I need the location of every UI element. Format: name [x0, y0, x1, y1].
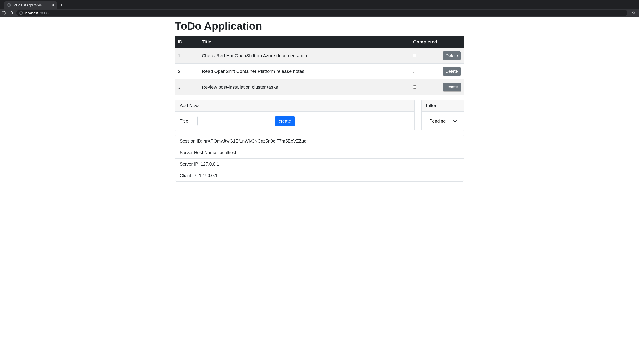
url-host: localhost	[25, 11, 38, 15]
title-input[interactable]	[197, 116, 270, 126]
url-field[interactable]: i localhost:8080	[17, 10, 627, 16]
create-button[interactable]: create	[275, 116, 295, 126]
cards-row: Add New Title create Filter Pending	[175, 100, 464, 131]
completed-checkbox[interactable]	[413, 70, 417, 73]
col-header-delete	[440, 36, 464, 48]
url-port: :8080	[40, 11, 49, 15]
bookmark-star-icon[interactable]: ☆	[630, 10, 637, 15]
col-header-id: ID	[175, 36, 199, 48]
cell-delete: Delete	[440, 79, 464, 95]
col-header-title: Title	[199, 36, 411, 48]
table-row: 3 Review post-installation cluster tasks…	[175, 79, 464, 95]
browser-chrome: ToDo List Application × + i localhost:80…	[0, 0, 639, 17]
filter-select[interactable]: Pending	[426, 116, 459, 126]
filter-select-wrap: Pending	[426, 116, 459, 126]
cell-completed	[411, 79, 440, 95]
site-info-icon[interactable]: i	[19, 11, 23, 15]
completed-checkbox[interactable]	[413, 54, 417, 57]
cell-title: Read OpenShift Container Platform releas…	[199, 64, 411, 79]
cell-completed	[411, 48, 440, 64]
info-list: Session ID: nrXPOmyJtwG1Ef1nWly3NCgz5n0o…	[175, 135, 464, 182]
browser-tab[interactable]: ToDo List Application ×	[4, 1, 57, 9]
table-row: 1 Check Red Hat OpenShift on Azure docum…	[175, 48, 464, 64]
add-new-form: Title create	[180, 116, 410, 126]
cell-completed	[411, 64, 440, 79]
delete-button[interactable]: Delete	[443, 52, 461, 60]
cell-title: Check Red Hat OpenShift on Azure documen…	[199, 48, 411, 64]
completed-checkbox[interactable]	[413, 85, 417, 89]
cell-delete: Delete	[440, 48, 464, 64]
delete-button[interactable]: Delete	[443, 83, 461, 91]
cell-delete: Delete	[440, 64, 464, 79]
filter-header: Filter	[422, 100, 464, 112]
col-header-completed: Completed	[411, 36, 440, 48]
close-icon[interactable]: ×	[52, 3, 54, 7]
tab-bar: ToDo List Application × +	[0, 0, 639, 9]
page-container: ToDo Application ID Title Completed 1 Ch…	[175, 20, 464, 182]
cell-title: Review post-installation cluster tasks	[199, 79, 411, 95]
address-bar: i localhost:8080 ☆	[0, 9, 639, 17]
todo-table: ID Title Completed 1 Check Red Hat OpenS…	[175, 36, 464, 95]
cell-id: 1	[175, 48, 199, 64]
info-server-host: Server Host Name: localhost	[175, 147, 464, 158]
globe-icon	[7, 3, 11, 7]
cell-id: 3	[175, 79, 199, 95]
add-new-card: Add New Title create	[175, 100, 415, 131]
home-icon[interactable]	[9, 11, 13, 15]
delete-button[interactable]: Delete	[443, 67, 461, 76]
tab-title: ToDo List Application	[13, 3, 50, 7]
new-tab-button[interactable]: +	[57, 1, 66, 9]
title-label: Title	[180, 118, 193, 124]
info-session-id: Session ID: nrXPOmyJtwG1Ef1nWly3NCgz5n0o…	[175, 136, 464, 147]
reload-icon[interactable]	[2, 11, 6, 15]
cell-id: 2	[175, 64, 199, 79]
add-new-header: Add New	[175, 100, 415, 112]
filter-card: Filter Pending	[421, 100, 464, 131]
info-server-ip: Server IP: 127.0.0.1	[175, 158, 464, 170]
table-row: 2 Read OpenShift Container Platform rele…	[175, 64, 464, 79]
info-client-ip: Client IP: 127.0.0.1	[175, 170, 464, 181]
page-title: ToDo Application	[175, 20, 464, 32]
